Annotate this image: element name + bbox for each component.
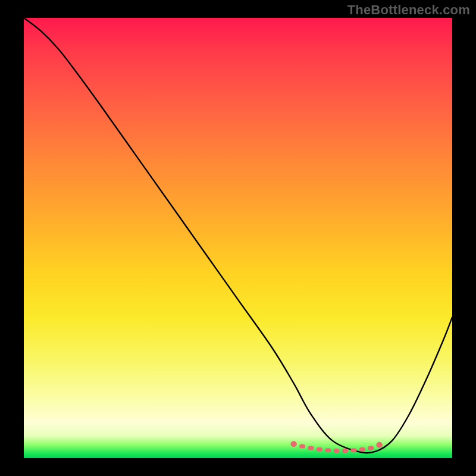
svg-rect-6	[342, 449, 348, 453]
svg-rect-2	[308, 446, 314, 450]
svg-rect-8	[359, 447, 365, 452]
chart-container: TheBottleneck.com	[0, 0, 476, 476]
svg-rect-7	[350, 448, 356, 452]
svg-point-12	[377, 442, 383, 448]
svg-point-11	[291, 441, 297, 447]
watermark-text: TheBottleneck.com	[347, 2, 470, 18]
svg-rect-3	[317, 447, 322, 452]
svg-rect-4	[325, 448, 331, 452]
main-curve	[24, 18, 452, 453]
curve-layer	[24, 18, 452, 458]
svg-rect-9	[368, 446, 374, 450]
plot-area	[24, 18, 452, 458]
svg-rect-1	[299, 444, 305, 449]
svg-rect-5	[334, 449, 340, 453]
